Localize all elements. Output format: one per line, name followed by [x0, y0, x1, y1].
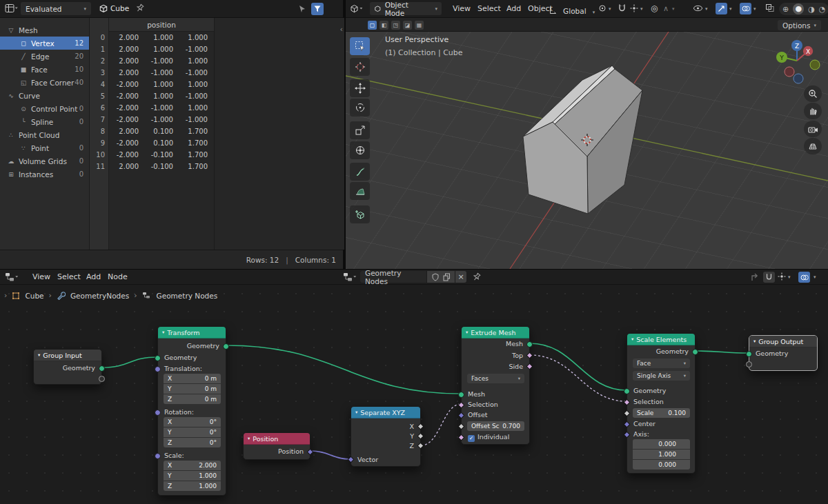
datasource-dropdown[interactable]: Evaluated ▾: [21, 2, 91, 15]
sidebar-item-point-cloud[interactable]: ∴Point Cloud: [0, 128, 89, 141]
copies-icon[interactable]: [443, 273, 451, 281]
socket-translation[interactable]: [155, 366, 161, 372]
go-to-parent-button[interactable]: [750, 272, 760, 282]
zoom-button[interactable]: [804, 85, 822, 102]
node-transform[interactable]: ▾Transform Geometry Geometry Translation…: [157, 326, 226, 496]
collapse-region-icon[interactable]: ‹: [340, 25, 343, 34]
show-gizmo-toggle[interactable]: [716, 3, 727, 14]
tool-annotate[interactable]: [350, 163, 370, 181]
socket-scale[interactable]: [155, 453, 161, 459]
socket-geometry-in[interactable]: [746, 351, 752, 357]
socket-virtual[interactable]: [99, 376, 105, 382]
translation-fields[interactable]: X0 m Y0 m Z0 m: [164, 374, 221, 404]
snap-toggle[interactable]: [763, 272, 775, 283]
breadcrumb-object[interactable]: Cube: [25, 292, 43, 300]
tool-measure[interactable]: [350, 182, 370, 200]
shading-material-icon[interactable]: ◑: [808, 5, 815, 14]
socket-rotation[interactable]: [155, 410, 161, 416]
mode-dropdown[interactable]: Object Mode ▾: [370, 2, 442, 15]
snap-magnet-icon[interactable]: [618, 3, 627, 13]
camera-view-button[interactable]: [804, 121, 822, 137]
node-tree-name-field[interactable]: Geometry Nodes: [360, 271, 426, 283]
tool-transform[interactable]: [350, 141, 370, 159]
use-filter-cursor-icon[interactable]: [297, 4, 307, 14]
proportional-editing-icon[interactable]: ◎: [651, 4, 658, 13]
viewport-scene[interactable]: User Perspective (1) Collection | Cube: [346, 32, 828, 269]
sidebar-item-curve[interactable]: ∿Curve: [0, 89, 89, 102]
unlink-button[interactable]: ×: [455, 271, 466, 283]
geometry-nodes-editor[interactable]: View Select Add Node Geometry Nodes × ▾: [0, 270, 828, 504]
shading-solid-icon[interactable]: ●: [793, 3, 804, 14]
xray-toggle[interactable]: [765, 3, 775, 12]
sidebar-item-edge[interactable]: ╱Edge20: [0, 50, 89, 63]
options-dropdown[interactable]: Options ▾: [778, 20, 821, 30]
checkbox-checked[interactable]: ✓: [468, 435, 475, 442]
select-mode-intersect-icon[interactable]: ▦: [415, 21, 424, 30]
sidebar-item-face[interactable]: ■Face10: [0, 63, 89, 76]
orientation-dropdown[interactable]: Global ▾: [549, 3, 595, 17]
sidebar-item-point[interactable]: ∵Point0: [0, 141, 89, 154]
sidebar-item-control-point[interactable]: ⊙Control Point0: [0, 102, 89, 115]
socket-geometry-in[interactable]: [155, 355, 161, 361]
rotation-fields[interactable]: X0° Y0° Z0°: [164, 417, 221, 447]
snap-settings-dropdown[interactable]: [778, 272, 786, 281]
socket-mesh-in[interactable]: [458, 392, 464, 398]
socket-geometry-in[interactable]: [624, 388, 630, 394]
object-visibility-dropdown[interactable]: [693, 4, 703, 12]
socket-virtual[interactable]: [746, 361, 752, 367]
show-overlays-toggle[interactable]: [740, 3, 751, 14]
sidebar-item-spline[interactable]: ╰Spline0: [0, 115, 89, 128]
socket-geometry-out[interactable]: [692, 349, 698, 355]
column-header-position[interactable]: position: [109, 18, 214, 32]
sidebar-item-face-corner[interactable]: ◱Face Corner40: [0, 76, 89, 89]
tree-type-icon[interactable]: [343, 272, 358, 282]
select-mode-subtract-icon[interactable]: ◳: [391, 21, 400, 30]
tool-add-cube[interactable]: [350, 205, 370, 223]
scale-mode-dropdown[interactable]: Single Axis▾: [633, 371, 690, 381]
tool-cursor[interactable]: [350, 58, 370, 76]
node-scale-elements[interactable]: ▾Scale Elements Geometry Face▾ Single Ax…: [627, 333, 696, 474]
pin-icon[interactable]: [135, 3, 144, 13]
scale-field[interactable]: Scale0.100: [633, 408, 690, 418]
tool-scale[interactable]: [350, 121, 370, 139]
pivot-point-dropdown[interactable]: [598, 4, 607, 12]
node-position[interactable]: ▾Position Position: [243, 432, 310, 460]
breadcrumb-modifier[interactable]: GeometryNodes: [70, 292, 129, 300]
node-extrude-mesh[interactable]: ▾Extrude Mesh Mesh Top Side Faces▾ Mesh …: [461, 326, 530, 445]
editor-type-3d-icon[interactable]: [350, 3, 365, 14]
select-mode-invert-icon[interactable]: ◪: [403, 21, 412, 30]
select-mode-extend-icon[interactable]: ◧: [379, 21, 388, 30]
tool-select-box[interactable]: [350, 37, 370, 55]
node-canvas[interactable]: [0, 285, 828, 504]
falloff-icon[interactable]: ∧: [663, 4, 669, 13]
pan-button[interactable]: [804, 103, 822, 119]
socket-geometry-out[interactable]: [99, 365, 105, 372]
socket-mesh-out[interactable]: [526, 341, 533, 347]
snap-settings-dropdown[interactable]: [630, 4, 638, 12]
shield-icon[interactable]: [432, 273, 439, 281]
node-group-input[interactable]: ▾Group Input Geometry: [33, 349, 102, 385]
sidebar-item-instances[interactable]: ⊞Instances0: [0, 168, 89, 181]
domain-dropdown[interactable]: Face▾: [633, 359, 690, 368]
shading-wireframe-icon[interactable]: ⊕: [782, 5, 789, 14]
pin-icon[interactable]: [472, 272, 481, 282]
sidebar-item-mesh[interactable]: ▽Mesh: [0, 23, 89, 37]
editor-type-spreadsheet-icon[interactable]: [5, 3, 19, 14]
node-group-output[interactable]: ▾Group Output Geometry: [749, 335, 818, 371]
filter-toggle[interactable]: [311, 3, 324, 15]
viewport-3d[interactable]: Object Mode ▾ View Select Add Object Glo…: [346, 0, 828, 269]
tool-rotate[interactable]: [350, 99, 370, 117]
navigation-gizmo[interactable]: Z X Y: [773, 39, 826, 87]
extrude-mode-dropdown[interactable]: Faces▾: [467, 374, 524, 383]
menu-node[interactable]: Node: [101, 270, 134, 285]
shading-rendered-icon[interactable]: ◔: [819, 5, 826, 14]
breadcrumb-node-tree[interactable]: Geometry Nodes: [157, 292, 218, 300]
offset-scale-field[interactable]: Offset Sc0.700: [467, 421, 524, 431]
scale-fields[interactable]: X2.000 Y1.000 Z1.000: [164, 461, 221, 491]
node-separate-xyz[interactable]: ▾Separate XYZ X Y Z Vector: [351, 406, 421, 467]
show-overlays-toggle[interactable]: [798, 272, 810, 283]
individual-checkbox-row[interactable]: ✓Individual: [462, 432, 529, 442]
socket-geometry-out[interactable]: [223, 343, 229, 350]
axis-fields[interactable]: 0.000 1.000 0.000: [633, 439, 690, 470]
select-mode-set-icon[interactable]: ▢: [368, 21, 377, 30]
